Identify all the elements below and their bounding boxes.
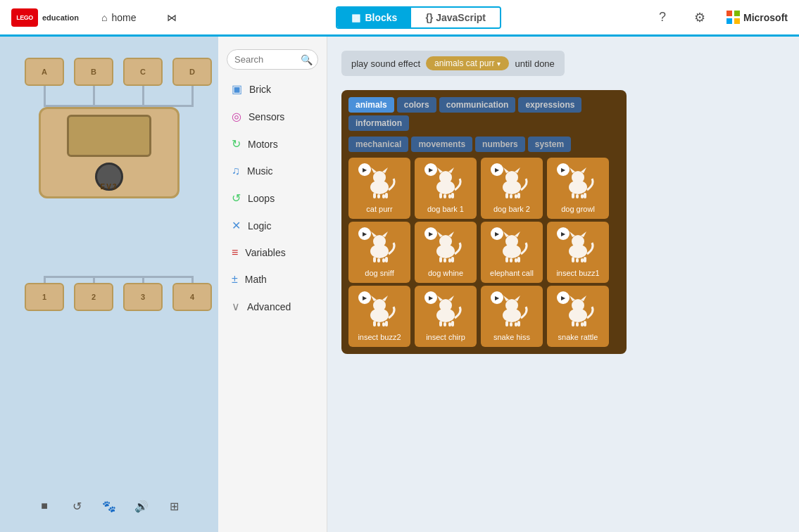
sound-card-dog_bark1[interactable]: ▶	[415, 158, 477, 219]
variables-icon: ≡	[232, 246, 238, 259]
port-a[interactable]: A	[25, 58, 64, 86]
sound-grid: ▶	[348, 158, 619, 347]
svg-rect-78	[448, 322, 451, 327]
port-b-label: B	[91, 68, 96, 76]
sub-tab-system[interactable]: system	[528, 137, 571, 152]
block-command: play sound effect animals cat purr ▾ unt…	[341, 51, 565, 76]
sidebar-item-loops[interactable]: ↺ Loops	[218, 184, 327, 212]
microsoft-label: Microsoft	[743, 12, 788, 23]
stop-button[interactable]: ■	[32, 494, 56, 518]
sound-card-insect_chirp[interactable]: ▶	[415, 286, 477, 347]
port-4[interactable]: 4	[172, 283, 212, 311]
share-button[interactable]: ⋈	[158, 8, 185, 27]
port-2[interactable]: 2	[74, 283, 113, 311]
download-icon: 🐾	[102, 500, 116, 513]
sound-card-icon: ▶	[358, 163, 401, 202]
sidebar-item-sensors[interactable]: ◎ Sensors	[218, 103, 327, 130]
svg-rect-63	[584, 257, 586, 262]
reload-button[interactable]: ↺	[65, 494, 89, 518]
svg-rect-69	[377, 322, 380, 327]
lego-logo: LEGO	[11, 8, 38, 27]
svg-rect-84	[505, 321, 508, 327]
svg-rect-68	[373, 321, 376, 327]
brick-screen	[67, 115, 151, 157]
svg-rect-76	[439, 321, 442, 327]
play-button[interactable]: ▶	[358, 163, 371, 176]
sound-card-elephant_call[interactable]: ▶	[481, 222, 543, 283]
sound-card-icon: ▶	[424, 227, 467, 266]
sound-card-snake_hiss[interactable]: ▶	[481, 286, 543, 347]
download-button[interactable]: 🐾	[97, 494, 121, 518]
svg-rect-79	[451, 321, 454, 327]
sound-card-dog_whine[interactable]: ▶	[415, 222, 477, 283]
fullscreen-icon: ⊞	[170, 500, 179, 513]
play-button[interactable]: ▶	[557, 291, 570, 304]
play-button[interactable]: ▶	[358, 227, 371, 240]
play-button[interactable]: ▶	[557, 227, 570, 240]
svg-rect-55	[517, 257, 520, 262]
play-button[interactable]: ▶	[358, 291, 371, 304]
sound-card-cat_purr[interactable]: ▶	[348, 158, 410, 219]
home-label: home	[111, 12, 136, 23]
help-button[interactable]: ?	[652, 6, 673, 29]
sidebar-item-motors[interactable]: ↻ Motors	[218, 130, 327, 158]
svg-rect-54	[515, 258, 517, 262]
svg-rect-12	[439, 193, 442, 198]
brick-label: EV3	[101, 183, 118, 191]
sound-button[interactable]: 🔊	[130, 494, 153, 518]
play-button[interactable]: ▶	[491, 163, 503, 176]
sound-card-snake_rattle[interactable]: ▶	[547, 286, 609, 347]
port-b[interactable]: B	[74, 58, 113, 86]
sidebar-item-variables[interactable]: ≡ Variables	[218, 239, 327, 266]
sound-card-dog_sniff[interactable]: ▶	[348, 222, 410, 283]
sub-tab-mechanical[interactable]: mechanical	[348, 137, 408, 152]
cat-tab-communication[interactable]: communication	[439, 97, 516, 113]
sidebar-label-loops: Loops	[248, 193, 275, 204]
sidebar-item-logic[interactable]: ✕ Logic	[218, 212, 327, 239]
sound-card-dog_growl[interactable]: ▶	[547, 158, 609, 219]
home-button[interactable]: ⌂ home	[93, 8, 145, 27]
math-icon: ±	[232, 273, 238, 286]
cat-tab-information[interactable]: information	[348, 115, 409, 131]
blocks-tab[interactable]: ▦ Blocks	[337, 8, 411, 27]
ev3-brick[interactable]: EV3	[39, 107, 180, 198]
port-1[interactable]: 1	[25, 283, 64, 311]
sidebar-item-brick[interactable]: ▣ Brick	[218, 75, 327, 103]
svg-rect-62	[581, 258, 584, 262]
cat-tab-colors[interactable]: colors	[397, 97, 436, 113]
sidebar-item-advanced[interactable]: ∨ Advanced	[218, 293, 327, 320]
sub-tab-movements[interactable]: movements	[411, 137, 472, 152]
sidebar-item-music[interactable]: ♫ Music	[218, 158, 327, 184]
fullscreen-button[interactable]: ⊞	[162, 494, 186, 518]
play-button[interactable]: ▶	[491, 227, 503, 240]
content-area: play sound effect animals cat purr ▾ unt…	[327, 37, 799, 532]
port-3[interactable]: 3	[123, 283, 163, 311]
play-button[interactable]: ▶	[424, 291, 437, 304]
sidebar-item-math[interactable]: ± Math	[218, 266, 327, 293]
cat-tab-animals[interactable]: animals	[348, 97, 394, 113]
block-pill[interactable]: animals cat purr ▾	[426, 56, 509, 70]
port-d[interactable]: D	[172, 58, 212, 86]
settings-button[interactable]: ⚙	[687, 6, 712, 30]
sound-card-icon: ▶	[491, 163, 533, 202]
sound-card-insect_buzz2[interactable]: ▶	[348, 286, 410, 347]
svg-point-81	[505, 299, 518, 312]
sub-tab-numbers[interactable]: numbers	[475, 137, 525, 152]
sound-card-insect_buzz1[interactable]: ▶	[547, 222, 609, 283]
play-button[interactable]: ▶	[424, 163, 437, 176]
cat-tab-expressions[interactable]: expressions	[518, 97, 581, 113]
play-button[interactable]: ▶	[424, 227, 437, 240]
subcategory-tabs: mechanical movements numbers system	[348, 137, 619, 152]
share-icon: ⋈	[167, 12, 177, 23]
svg-rect-22	[515, 194, 517, 198]
blocks-icon: ▦	[351, 12, 360, 23]
sound-card-dog_bark2[interactable]: ▶	[481, 158, 543, 219]
sound-name: cat purr	[366, 205, 392, 213]
sound-name: dog bark 1	[427, 205, 464, 213]
play-button[interactable]: ▶	[557, 163, 570, 176]
javascript-tab[interactable]: {} JavaScript	[411, 8, 500, 27]
port-c[interactable]: C	[123, 58, 163, 86]
play-button[interactable]: ▶	[491, 291, 503, 304]
svg-rect-70	[382, 322, 385, 327]
svg-rect-31	[584, 193, 586, 198]
